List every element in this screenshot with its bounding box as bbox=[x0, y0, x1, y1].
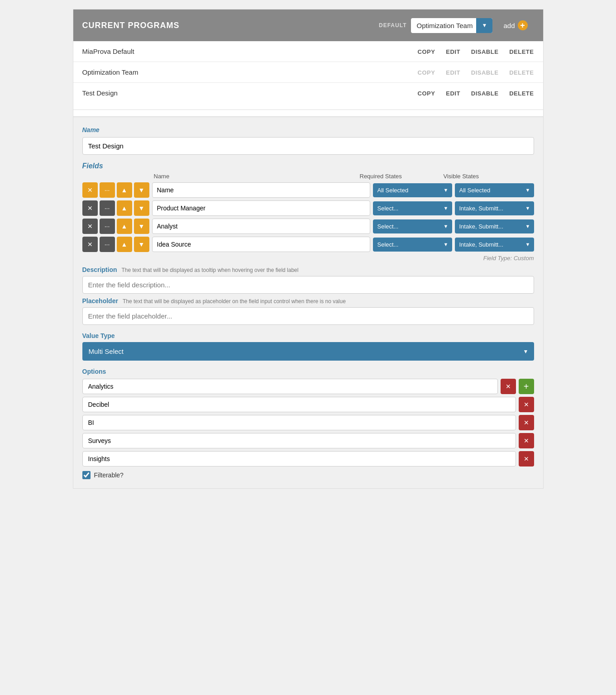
field-buttons: ✕ ··· ▲ ▼ bbox=[82, 237, 149, 252]
required-states-wrapper[interactable]: Select... All Selected None bbox=[373, 238, 452, 252]
filterable-label[interactable]: Filterable? bbox=[94, 471, 124, 479]
option-row: ✕ bbox=[82, 415, 534, 430]
header-right: DEFAULT Optimization Team MiaProva Defau… bbox=[379, 17, 534, 34]
field-down-btn[interactable]: ▼ bbox=[134, 182, 149, 198]
field-row: ✕ ··· ▲ ▼ Select... All Selected None In… bbox=[82, 237, 534, 252]
visible-states-wrapper[interactable]: Intake, Submitt... All Selected None bbox=[455, 219, 534, 233]
visible-states-select[interactable]: Intake, Submitt... All Selected None bbox=[455, 219, 534, 233]
field-row: ✕ ··· ▲ ▼ Select... All Selected None In… bbox=[82, 200, 534, 216]
required-states-wrapper[interactable]: Select... All Selected None bbox=[373, 201, 452, 215]
edit-link[interactable]: EDIT bbox=[446, 69, 460, 76]
visible-states-select[interactable]: Intake, Submitt... All Selected None bbox=[455, 201, 534, 215]
field-name-input[interactable] bbox=[152, 219, 370, 234]
copy-link[interactable]: COPY bbox=[418, 48, 435, 55]
disable-link[interactable]: DISABLE bbox=[471, 48, 499, 55]
field-down-btn[interactable]: ▼ bbox=[134, 200, 149, 216]
required-states-select[interactable]: Select... All Selected None bbox=[373, 201, 452, 215]
field-down-btn[interactable]: ▼ bbox=[134, 237, 149, 252]
program-actions: COPY EDIT DISABLE DELETE bbox=[233, 62, 543, 83]
field-delete-btn[interactable]: ✕ bbox=[82, 200, 98, 216]
disable-link[interactable]: DISABLE bbox=[471, 90, 499, 97]
fields-section-title: Fields bbox=[82, 162, 103, 170]
field-name-input[interactable] bbox=[152, 200, 370, 216]
field-delete-btn[interactable]: ✕ bbox=[82, 237, 98, 252]
col-header-required: Required States bbox=[360, 173, 444, 180]
option-delete-btn[interactable]: ✕ bbox=[519, 433, 534, 448]
field-buttons: ✕ ··· ▲ ▼ bbox=[82, 200, 149, 216]
field-up-btn[interactable]: ▲ bbox=[117, 219, 132, 234]
field-up-btn[interactable]: ▲ bbox=[117, 200, 132, 216]
program-actions: COPY EDIT DISABLE DELETE bbox=[233, 41, 543, 62]
field-delete-btn[interactable]: ✕ bbox=[82, 219, 98, 234]
placeholder-input[interactable] bbox=[82, 307, 534, 325]
option-delete-btn[interactable]: ✕ bbox=[519, 397, 534, 412]
required-states-select[interactable]: Select... All Selected None bbox=[373, 219, 452, 233]
option-delete-btn[interactable]: ✕ bbox=[519, 451, 534, 467]
required-states-wrapper[interactable]: All Selected All Selected None bbox=[373, 183, 452, 197]
visible-states-wrapper[interactable]: Intake, Submitt... All Selected None bbox=[455, 201, 534, 215]
value-type-label: Value Type bbox=[82, 332, 534, 339]
header: CURRENT PROGRAMS DEFAULT Optimization Te… bbox=[73, 10, 543, 41]
name-input[interactable] bbox=[82, 137, 534, 155]
filterable-checkbox[interactable] bbox=[82, 471, 91, 479]
field-name-input[interactable] bbox=[152, 182, 370, 198]
field-down-btn[interactable]: ▼ bbox=[134, 219, 149, 234]
filterable-row: Filterable? bbox=[82, 471, 534, 479]
option-input[interactable] bbox=[82, 397, 516, 412]
field-name-input[interactable] bbox=[152, 237, 370, 252]
option-input[interactable] bbox=[82, 415, 516, 430]
field-more-btn[interactable]: ··· bbox=[100, 237, 115, 252]
option-row: ✕ bbox=[82, 433, 534, 448]
description-input[interactable] bbox=[82, 276, 534, 294]
option-input[interactable] bbox=[82, 451, 516, 467]
option-input[interactable] bbox=[82, 433, 516, 448]
visible-states-wrapper[interactable]: Intake, Submitt... All Selected None bbox=[455, 238, 534, 252]
delete-link[interactable]: DELETE bbox=[509, 90, 534, 97]
value-type-select-wrapper[interactable]: Multi Select Single Select Text Number bbox=[82, 342, 534, 361]
field-row: ✕ ··· ▲ ▼ Select... All Selected None In… bbox=[82, 219, 534, 234]
name-field-label: Name bbox=[82, 126, 534, 133]
visible-states-select[interactable]: All Selected All Selected None bbox=[455, 183, 534, 197]
program-name: Test Design bbox=[73, 83, 234, 104]
visible-states-wrapper[interactable]: All Selected All Selected None bbox=[455, 183, 534, 197]
copy-link[interactable]: COPY bbox=[418, 69, 435, 76]
placeholder-hint: The text that will be displayed as place… bbox=[123, 298, 346, 305]
programs-table: MiaProva Default COPY EDIT DISABLE DELET… bbox=[73, 41, 543, 103]
field-more-btn[interactable]: ··· bbox=[100, 219, 115, 234]
delete-link[interactable]: DELETE bbox=[509, 48, 534, 55]
edit-link[interactable]: EDIT bbox=[446, 48, 460, 55]
disable-link: DISABLE bbox=[471, 69, 499, 76]
table-row: Optimization Team COPY EDIT DISABLE DELE… bbox=[73, 62, 543, 83]
program-select[interactable]: Optimization Team MiaProva Default Test … bbox=[411, 18, 492, 33]
copy-link[interactable]: COPY bbox=[418, 90, 435, 97]
field-up-btn[interactable]: ▲ bbox=[117, 182, 132, 198]
table-row: Test Design COPY EDIT DISABLE DELETE bbox=[73, 83, 543, 104]
header-title: CURRENT PROGRAMS bbox=[82, 21, 180, 30]
option-input[interactable] bbox=[82, 379, 498, 394]
field-delete-btn[interactable]: ✕ bbox=[82, 182, 98, 198]
option-delete-btn[interactable]: ✕ bbox=[501, 379, 516, 394]
field-more-btn[interactable]: ··· bbox=[100, 200, 115, 216]
program-select-wrapper[interactable]: Optimization Team MiaProva Default Test … bbox=[411, 18, 492, 33]
description-hint: The text that will be displayed as toolt… bbox=[122, 267, 299, 273]
program-name: Optimization Team bbox=[73, 62, 234, 83]
description-label: Description bbox=[82, 266, 117, 273]
option-delete-btn[interactable]: ✕ bbox=[519, 415, 534, 430]
required-states-select[interactable]: Select... All Selected None bbox=[373, 238, 452, 252]
default-label: DEFAULT bbox=[379, 22, 406, 29]
field-more-btn[interactable]: ··· bbox=[100, 182, 115, 198]
delete-link: DELETE bbox=[509, 69, 534, 76]
edit-link[interactable]: EDIT bbox=[446, 90, 460, 97]
required-states-wrapper[interactable]: Select... All Selected None bbox=[373, 219, 452, 233]
field-row: ✕ ··· ▲ ▼ All Selected All Selected None… bbox=[82, 182, 534, 198]
program-actions: COPY EDIT DISABLE DELETE bbox=[233, 83, 543, 104]
add-button[interactable]: add + bbox=[497, 17, 534, 34]
col-header-name: Name bbox=[154, 173, 360, 180]
option-add-btn[interactable]: + bbox=[519, 379, 534, 394]
value-type-select[interactable]: Multi Select Single Select Text Number bbox=[82, 342, 534, 361]
required-states-select[interactable]: All Selected All Selected None bbox=[373, 183, 452, 197]
visible-states-select[interactable]: Intake, Submitt... All Selected None bbox=[455, 238, 534, 252]
field-up-btn[interactable]: ▲ bbox=[117, 237, 132, 252]
placeholder-label: Placeholder bbox=[82, 297, 118, 305]
col-header-visible: Visible States bbox=[444, 173, 534, 180]
